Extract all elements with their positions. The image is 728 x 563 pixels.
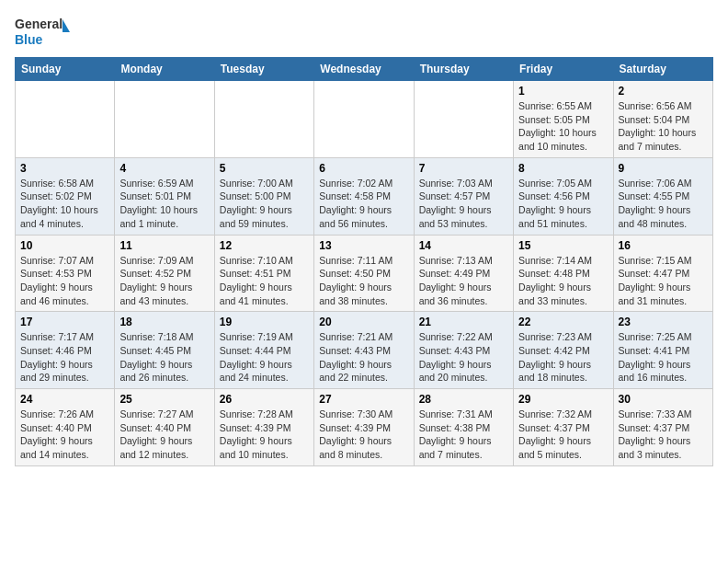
day-info: Sunrise: 7:33 AM Sunset: 4:37 PM Dayligh… <box>619 408 708 462</box>
day-info: Sunrise: 7:11 AM Sunset: 4:50 PM Dayligh… <box>319 254 408 308</box>
day-number: 19 <box>220 316 309 328</box>
weekday-header-friday: Friday <box>514 58 613 81</box>
day-info: Sunrise: 6:55 AM Sunset: 5:05 PM Dayligh… <box>518 99 608 154</box>
day-info: Sunrise: 7:07 AM Sunset: 4:53 PM Dayligh… <box>20 254 109 308</box>
day-info: Sunrise: 7:31 AM Sunset: 4:38 PM Dayligh… <box>419 408 508 462</box>
day-number: 29 <box>518 393 608 406</box>
calendar-cell: 3Sunrise: 6:58 AM Sunset: 5:02 PM Daylig… <box>16 157 115 235</box>
week-row-1: 1Sunrise: 6:55 AM Sunset: 5:05 PM Daylig… <box>16 81 713 158</box>
calendar-cell: 11Sunrise: 7:09 AM Sunset: 4:52 PM Dayli… <box>115 235 214 312</box>
day-number: 17 <box>20 316 109 328</box>
day-info: Sunrise: 7:19 AM Sunset: 4:44 PM Dayligh… <box>220 330 309 385</box>
calendar-cell: 21Sunrise: 7:22 AM Sunset: 4:43 PM Dayli… <box>414 312 513 389</box>
day-info: Sunrise: 7:27 AM Sunset: 4:40 PM Dayligh… <box>119 408 209 462</box>
day-number: 13 <box>319 239 408 252</box>
calendar-cell: 28Sunrise: 7:31 AM Sunset: 4:38 PM Dayli… <box>414 389 513 466</box>
calendar-cell: 9Sunrise: 7:06 AM Sunset: 4:55 PM Daylig… <box>613 157 712 235</box>
weekday-header-saturday: Saturday <box>613 58 712 81</box>
calendar-cell: 7Sunrise: 7:03 AM Sunset: 4:57 PM Daylig… <box>414 157 513 235</box>
day-number: 12 <box>220 239 309 252</box>
day-info: Sunrise: 7:32 AM Sunset: 4:37 PM Dayligh… <box>518 408 608 462</box>
svg-text:General: General <box>15 17 63 31</box>
weekday-header-sunday: Sunday <box>16 58 115 81</box>
day-number: 10 <box>20 239 109 252</box>
calendar-cell: 13Sunrise: 7:11 AM Sunset: 4:50 PM Dayli… <box>314 235 414 312</box>
calendar-cell: 2Sunrise: 6:56 AM Sunset: 5:04 PM Daylig… <box>613 81 712 158</box>
day-info: Sunrise: 7:28 AM Sunset: 4:39 PM Dayligh… <box>220 408 309 462</box>
day-info: Sunrise: 7:10 AM Sunset: 4:51 PM Dayligh… <box>220 254 309 308</box>
calendar-cell: 20Sunrise: 7:21 AM Sunset: 4:43 PM Dayli… <box>314 312 414 389</box>
logo: GeneralBlue <box>15 15 70 50</box>
day-info: Sunrise: 7:05 AM Sunset: 4:56 PM Dayligh… <box>518 177 608 231</box>
calendar-cell: 29Sunrise: 7:32 AM Sunset: 4:37 PM Dayli… <box>514 389 613 466</box>
day-number: 27 <box>319 393 408 406</box>
day-number: 14 <box>419 239 508 252</box>
calendar-cell: 16Sunrise: 7:15 AM Sunset: 4:47 PM Dayli… <box>613 235 712 312</box>
calendar-cell: 18Sunrise: 7:18 AM Sunset: 4:45 PM Dayli… <box>115 312 214 389</box>
day-number: 9 <box>619 162 708 175</box>
day-number: 3 <box>20 162 109 175</box>
day-info: Sunrise: 7:21 AM Sunset: 4:43 PM Dayligh… <box>319 330 408 385</box>
day-number: 25 <box>119 393 209 406</box>
day-info: Sunrise: 7:25 AM Sunset: 4:41 PM Dayligh… <box>619 330 708 385</box>
day-info: Sunrise: 7:23 AM Sunset: 4:42 PM Dayligh… <box>518 330 608 385</box>
day-number: 2 <box>619 85 708 98</box>
calendar-cell: 8Sunrise: 7:05 AM Sunset: 4:56 PM Daylig… <box>514 157 613 235</box>
calendar-cell: 17Sunrise: 7:17 AM Sunset: 4:46 PM Dayli… <box>16 312 115 389</box>
day-number: 24 <box>20 393 109 406</box>
calendar-cell: 26Sunrise: 7:28 AM Sunset: 4:39 PM Dayli… <box>214 389 313 466</box>
day-info: Sunrise: 7:13 AM Sunset: 4:49 PM Dayligh… <box>419 254 508 308</box>
weekday-header-monday: Monday <box>115 58 214 81</box>
day-info: Sunrise: 7:02 AM Sunset: 4:58 PM Dayligh… <box>319 177 408 231</box>
calendar-cell: 1Sunrise: 6:55 AM Sunset: 5:05 PM Daylig… <box>514 81 613 158</box>
calendar-cell: 5Sunrise: 7:00 AM Sunset: 5:00 PM Daylig… <box>214 157 313 235</box>
day-number: 5 <box>220 162 309 175</box>
calendar-cell: 19Sunrise: 7:19 AM Sunset: 4:44 PM Dayli… <box>214 312 313 389</box>
week-row-4: 17Sunrise: 7:17 AM Sunset: 4:46 PM Dayli… <box>16 312 713 389</box>
day-info: Sunrise: 7:17 AM Sunset: 4:46 PM Dayligh… <box>20 330 109 385</box>
calendar-cell: 25Sunrise: 7:27 AM Sunset: 4:40 PM Dayli… <box>115 389 214 466</box>
day-info: Sunrise: 7:22 AM Sunset: 4:43 PM Dayligh… <box>419 330 508 385</box>
day-number: 26 <box>220 393 309 406</box>
day-number: 11 <box>119 239 209 252</box>
calendar-cell <box>314 81 414 158</box>
calendar-cell: 30Sunrise: 7:33 AM Sunset: 4:37 PM Dayli… <box>613 389 712 466</box>
day-number: 1 <box>518 85 608 98</box>
calendar-cell: 12Sunrise: 7:10 AM Sunset: 4:51 PM Dayli… <box>214 235 313 312</box>
logo-svg: GeneralBlue <box>15 15 70 50</box>
day-number: 6 <box>319 162 408 175</box>
day-info: Sunrise: 7:06 AM Sunset: 4:55 PM Dayligh… <box>619 177 708 231</box>
day-info: Sunrise: 6:58 AM Sunset: 5:02 PM Dayligh… <box>20 177 109 231</box>
day-number: 22 <box>518 316 608 328</box>
day-number: 18 <box>119 316 209 328</box>
day-number: 28 <box>419 393 508 406</box>
day-number: 7 <box>419 162 508 175</box>
day-number: 23 <box>619 316 708 328</box>
day-info: Sunrise: 6:56 AM Sunset: 5:04 PM Dayligh… <box>619 99 708 154</box>
weekday-header-row: SundayMondayTuesdayWednesdayThursdayFrid… <box>16 58 713 81</box>
calendar-cell: 4Sunrise: 6:59 AM Sunset: 5:01 PM Daylig… <box>115 157 214 235</box>
calendar-cell: 6Sunrise: 7:02 AM Sunset: 4:58 PM Daylig… <box>314 157 414 235</box>
day-info: Sunrise: 7:15 AM Sunset: 4:47 PM Dayligh… <box>619 254 708 308</box>
calendar-cell: 10Sunrise: 7:07 AM Sunset: 4:53 PM Dayli… <box>16 235 115 312</box>
calendar-cell: 14Sunrise: 7:13 AM Sunset: 4:49 PM Dayli… <box>414 235 513 312</box>
day-number: 16 <box>619 239 708 252</box>
week-row-5: 24Sunrise: 7:26 AM Sunset: 4:40 PM Dayli… <box>16 389 713 466</box>
day-number: 4 <box>119 162 209 175</box>
weekday-header-thursday: Thursday <box>414 58 513 81</box>
day-info: Sunrise: 7:26 AM Sunset: 4:40 PM Dayligh… <box>20 408 109 462</box>
day-info: Sunrise: 7:09 AM Sunset: 4:52 PM Dayligh… <box>119 254 209 308</box>
day-info: Sunrise: 6:59 AM Sunset: 5:01 PM Dayligh… <box>119 177 209 231</box>
calendar-cell <box>214 81 313 158</box>
day-number: 15 <box>518 239 608 252</box>
calendar-cell <box>115 81 214 158</box>
calendar-cell <box>414 81 513 158</box>
calendar-cell <box>16 81 115 158</box>
svg-text:Blue: Blue <box>15 32 43 47</box>
svg-marker-2 <box>63 19 70 32</box>
header: GeneralBlue <box>15 15 713 50</box>
calendar-cell: 27Sunrise: 7:30 AM Sunset: 4:39 PM Dayli… <box>314 389 414 466</box>
day-info: Sunrise: 7:30 AM Sunset: 4:39 PM Dayligh… <box>319 408 408 462</box>
day-number: 30 <box>619 393 708 406</box>
day-info: Sunrise: 7:14 AM Sunset: 4:48 PM Dayligh… <box>518 254 608 308</box>
